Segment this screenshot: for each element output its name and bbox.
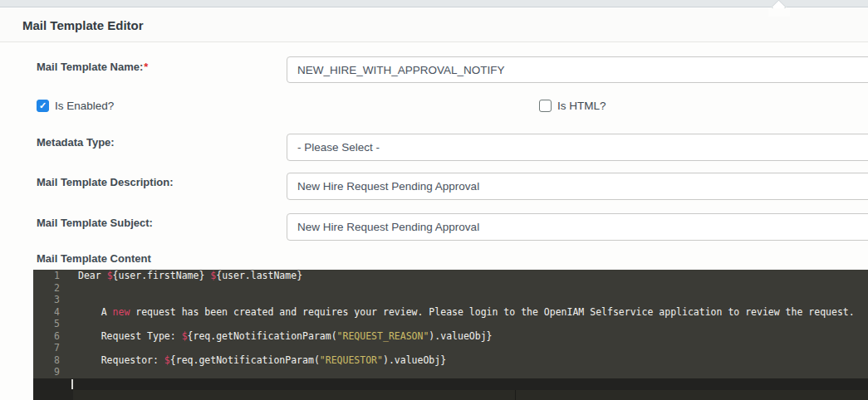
top-bar	[0, 0, 868, 7]
code-segment-plain: ).valueObj}	[429, 330, 492, 342]
code-line[interactable]	[70, 342, 868, 354]
is-html-checkbox[interactable]: ✓	[539, 100, 552, 112]
code-line[interactable]	[70, 294, 868, 306]
code-segment-keyword: $	[107, 270, 113, 281]
line-number: 9	[33, 366, 70, 378]
code-segment-plain: ).valueObj}	[383, 354, 446, 366]
code-segment-plain: {req.getNotificationParam(	[170, 354, 320, 366]
code-line[interactable]: A new request has been created and requi…	[70, 306, 868, 319]
line-number: 6	[33, 330, 70, 343]
mail-template-description-label: Mail Template Description:	[37, 176, 173, 188]
code-segment-string: "REQUESTOR"	[320, 354, 383, 366]
mail-template-name-input[interactable]	[287, 56, 868, 83]
popover-arrow-mask	[768, 8, 790, 17]
line-number: 5	[33, 318, 70, 330]
code-segment-string: "REQUEST_REASON"	[337, 330, 429, 342]
code-line[interactable]: Requestor: ${req.getNotificationParam("R…	[70, 354, 868, 367]
code-segment-plain: request has been created and requires yo…	[130, 306, 854, 318]
editor-code-area[interactable]: Dear ${user.firstName} ${user.lastName} …	[70, 270, 868, 390]
is-enabled-checkbox[interactable]: ✓	[37, 100, 49, 112]
code-segment-keyword: new	[113, 306, 130, 318]
mail-template-subject-input[interactable]	[287, 213, 868, 241]
page-title: Mail Template Editor	[0, 18, 144, 32]
code-line[interactable]: Dear ${user.firstName} ${user.lastName}	[70, 270, 868, 282]
line-number: 2	[33, 282, 70, 295]
line-number: 8	[33, 354, 70, 367]
code-segment-plain: A	[78, 306, 113, 318]
code-segment-plain: Requestor:	[78, 354, 164, 366]
mail-template-name-label: Mail Template Name:*	[37, 61, 148, 73]
code-segment-keyword: $	[164, 354, 170, 366]
code-segment-plain: {req.getNotificationParam(	[188, 330, 337, 342]
code-segment-plain: {user.lastName}	[216, 270, 302, 281]
code-line[interactable]	[70, 318, 868, 330]
line-number: 4	[33, 306, 70, 319]
panel-header: Mail Template Editor	[0, 8, 868, 42]
is-enabled-label: Is Enabled?	[55, 100, 114, 113]
checkmark-icon: ✓	[39, 101, 47, 110]
code-segment-keyword: $	[182, 330, 188, 342]
text-cursor	[71, 379, 73, 389]
mail-template-content-label: Mail Template Content	[37, 252, 151, 265]
metadata-type-label: Metadata Type:	[37, 136, 115, 149]
code-segment-plain: Request Type:	[78, 330, 182, 342]
editor-bottom-gutter	[33, 390, 73, 400]
required-asterisk: *	[144, 61, 148, 73]
editor-bottom-strip	[33, 390, 868, 400]
code-line[interactable]	[70, 282, 868, 295]
mail-template-description-input[interactable]	[287, 173, 868, 200]
code-segment-plain: Dear	[78, 270, 107, 281]
code-line[interactable]	[70, 366, 868, 378]
editor-gutter: 12345678910	[33, 270, 70, 390]
mail-template-content-editor[interactable]: 12345678910 Dear ${user.firstName} ${use…	[33, 270, 868, 400]
code-line[interactable]: Request Type: ${req.getNotificationParam…	[70, 330, 868, 343]
code-segment-plain: {user.firstName}	[113, 270, 211, 281]
code-line[interactable]	[33, 378, 868, 391]
line-number: 7	[33, 342, 70, 354]
line-number: 3	[33, 294, 70, 306]
metadata-type-selected-value: - Please Select -	[297, 134, 380, 160]
mail-template-subject-label: Mail Template Subject:	[37, 217, 153, 229]
metadata-type-select[interactable]: - Please Select -	[287, 134, 868, 161]
editor-bottom-divider	[515, 390, 516, 400]
line-number: 1	[33, 270, 70, 282]
is-html-label: Is HTML?	[557, 100, 606, 113]
